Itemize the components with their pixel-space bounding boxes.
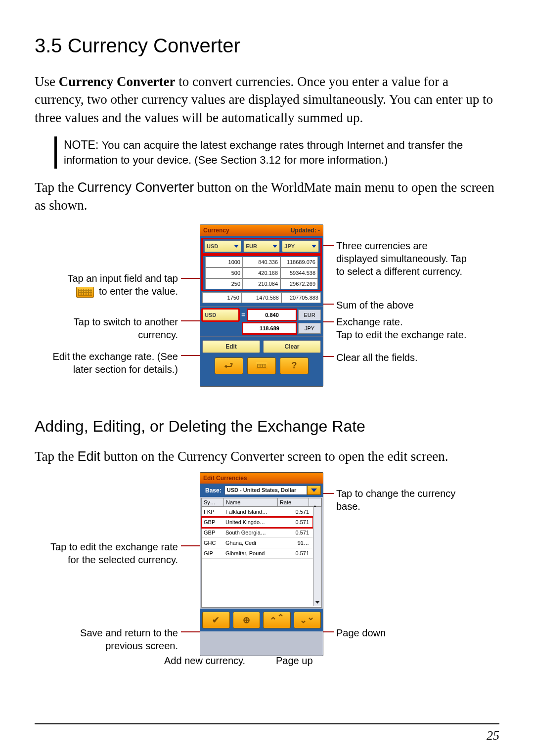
- titlebar: Currency Updated: -: [200, 225, 323, 236]
- edit-button[interactable]: Edit: [202, 340, 260, 353]
- callout-page-up: Page up: [276, 655, 313, 667]
- converter-screen: Currency Updated: - USD EUR JPY 1000 840…: [200, 224, 323, 387]
- callout-input-field: Tap an input field and tap to enter the …: [49, 272, 178, 298]
- section-heading: 3.5 Currency Converter: [35, 35, 499, 57]
- sum-cell: 207705.883: [281, 292, 321, 303]
- chevron-down-icon: [311, 489, 317, 492]
- rate-from-label: USD: [205, 312, 216, 318]
- cell-rate: 0.571: [280, 548, 313, 558]
- save-button[interactable]: ✔: [202, 612, 230, 628]
- page-up-button[interactable]: ⌄⌄: [263, 612, 291, 628]
- subsection-heading: Adding, Editing, or Deleting the Exchang…: [35, 417, 499, 436]
- open-instruction: Tap the Currency Converter button on the…: [35, 178, 499, 215]
- cell-symbol: GIP: [202, 548, 223, 558]
- scroll-up-header[interactable]: [309, 498, 321, 506]
- value-cell[interactable]: 500: [205, 267, 243, 278]
- callout-edit-rate: Edit the exchange rate. (See later secti…: [49, 350, 178, 376]
- callout-input-line2: to enter the value.: [99, 286, 178, 297]
- value-cell[interactable]: 250: [205, 278, 243, 289]
- clear-button[interactable]: Clear: [263, 340, 321, 353]
- rate-unit-eur: EUR: [298, 310, 321, 320]
- note-label: NOTE:: [64, 138, 102, 151]
- page-number: 25: [487, 728, 499, 743]
- cell-rate: 0.571: [280, 528, 313, 537]
- edit-btn-name: Edit: [78, 449, 101, 464]
- callout-exchange-rate: Exchange rate. Tap to edit the exchange …: [336, 315, 470, 341]
- currency-dropdown-3[interactable]: JPY: [282, 240, 319, 252]
- callout-input-line1: Tap an input field and tap: [67, 273, 178, 284]
- callout-sum: Sum of the above: [336, 299, 470, 311]
- value-cell[interactable]: 210.084: [243, 278, 280, 289]
- callout-edit-selected: Tap to edit the exchange rate for the se…: [49, 540, 178, 566]
- cell-symbol: GHC: [202, 538, 223, 548]
- cell-name: Ghana, Cedi: [223, 538, 280, 548]
- base-value: USD - United States, Dollar: [224, 486, 307, 495]
- value-cell[interactable]: 420.168: [243, 267, 280, 278]
- edit-post: button on the Currency Converter screen …: [100, 449, 448, 464]
- triangle-down-icon: [315, 601, 320, 604]
- table-row[interactable]: FKP Falkland Island… 0.571: [202, 507, 313, 517]
- sum-cell: 1750: [202, 292, 242, 303]
- keypad-icon[interactable]: [247, 357, 276, 374]
- figure-edit-currencies: Tap to edit the exchange rate for the se…: [35, 472, 499, 680]
- cell-rate: 0.571: [280, 507, 313, 517]
- table-row[interactable]: GBP South Georgia… 0.571: [202, 528, 313, 538]
- back-icon[interactable]: ⮐: [215, 357, 243, 374]
- dropdown-2-label: EUR: [246, 243, 257, 249]
- cell-symbol: FKP: [202, 507, 223, 517]
- footer-rule: [35, 723, 499, 724]
- sum-cell: 1470.588: [242, 292, 281, 303]
- value-cell[interactable]: 59344.538: [280, 267, 318, 278]
- col-rate: Rate: [278, 498, 309, 506]
- table-row[interactable]: GIP Gibraltar, Pound 0.571: [202, 548, 313, 559]
- col-name: Name: [224, 498, 278, 506]
- note-text: You can acquire the latest exchange rate…: [64, 139, 463, 166]
- chevron-down-icon: [272, 245, 277, 248]
- col-symbol: Sy…: [202, 498, 224, 506]
- rate-value-eur[interactable]: 0.840: [248, 310, 296, 320]
- help-icon[interactable]: ?: [280, 357, 309, 374]
- rate-from-dropdown[interactable]: USD: [202, 309, 239, 321]
- titlebar-left: Currency: [203, 227, 229, 234]
- currency-dropdown-1[interactable]: USD: [204, 240, 241, 252]
- base-dropdown-button[interactable]: [307, 486, 321, 495]
- keypad-icon: [76, 287, 94, 298]
- currency-table: Sy… Name Rate FKP Falkland Island… 0.571…: [201, 498, 322, 608]
- scrollbar[interactable]: [313, 507, 321, 606]
- intro-bold: Currency Converter: [59, 74, 176, 89]
- cell-name: Gibraltar, Pound: [223, 548, 280, 558]
- equals-sign: =: [241, 311, 246, 318]
- edit-titlebar: Edit Currencies: [200, 473, 323, 484]
- base-label: Base:: [202, 486, 224, 495]
- value-cell[interactable]: 29672.269: [280, 278, 318, 289]
- value-cell[interactable]: 1000: [205, 257, 243, 267]
- callout-three-currencies: Three currencies are displayed simultane…: [336, 239, 470, 278]
- table-row-selected[interactable]: GBP United Kingdo… 0.571: [202, 517, 313, 528]
- cell-rate: 0.571: [280, 517, 313, 527]
- edit-pre: Tap the: [35, 449, 78, 464]
- dropdown-3-label: JPY: [284, 243, 295, 249]
- value-cell[interactable]: 840.336: [243, 257, 280, 267]
- cell-name: United Kingdo…: [223, 517, 280, 527]
- rate-value-jpy[interactable]: 118.689: [243, 323, 296, 334]
- titlebar-updated: Updated: -: [291, 227, 320, 234]
- callout-save-return: Save and return to the previous screen.: [49, 626, 178, 652]
- add-currency-button[interactable]: ⊕: [233, 612, 261, 628]
- chevron-down-icon: [234, 245, 239, 248]
- callout-change-base: Tap to change the currency base.: [336, 487, 470, 513]
- value-cell[interactable]: 118689.076: [280, 257, 318, 267]
- intro-pre: Use: [35, 74, 59, 89]
- figure-converter: Tap an input field and tap to enter the …: [35, 224, 499, 398]
- intro-paragraph: Use Currency Converter to convert curren…: [35, 73, 499, 127]
- edit-screen: Edit Currencies Base: USD - United State…: [200, 472, 323, 656]
- cell-symbol: GBP: [202, 517, 223, 527]
- rate-unit-jpy: JPY: [298, 323, 321, 334]
- table-row[interactable]: GHC Ghana, Cedi 91…: [202, 538, 313, 548]
- page-down-button[interactable]: ⌄⌄: [294, 612, 321, 628]
- chevron-down-icon: [312, 245, 316, 248]
- cell-name: Falkland Island…: [223, 507, 280, 517]
- callout-add-new: Add new currency.: [164, 655, 245, 667]
- note-block: NOTE: You can acquire the latest exchang…: [54, 136, 499, 169]
- currency-dropdown-2[interactable]: EUR: [243, 240, 280, 252]
- cell-symbol: GBP: [202, 528, 223, 537]
